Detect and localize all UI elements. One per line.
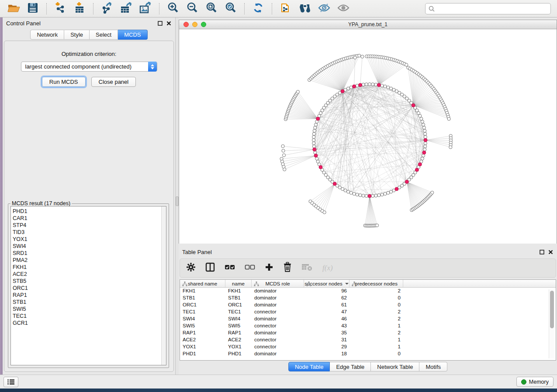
export-table-button[interactable]	[118, 2, 135, 16]
table-cell[interactable]: 0	[349, 302, 403, 309]
table-cell[interactable]: ORC1	[180, 302, 225, 309]
mcds-result-item[interactable]: STB1	[13, 299, 166, 306]
mcds-result-item[interactable]: STB5	[13, 278, 166, 285]
table-cell[interactable]: SWI4	[180, 316, 225, 323]
create-column-button[interactable]	[265, 263, 273, 273]
table-row[interactable]: YOX1YOX1connector291	[180, 344, 556, 351]
column-header-predecessor-nodes[interactable]: predecessor nodes	[349, 280, 403, 287]
delete-column-button[interactable]	[283, 262, 292, 274]
table-cell[interactable]: STB1	[225, 295, 252, 302]
table-cell[interactable]: 96	[304, 288, 349, 295]
table-cell[interactable]: 61	[304, 302, 349, 309]
table-cell[interactable]: FKH1	[180, 288, 225, 295]
tab-style[interactable]: Style	[64, 30, 90, 40]
mcds-result-list[interactable]: PHD1CAR1STP4TID3YOX1SWI4SRD1PMA2FKH1ACE2…	[10, 206, 166, 365]
column-header-name[interactable]: name	[225, 280, 252, 287]
table-cell[interactable]: connector	[252, 323, 304, 330]
table-cell[interactable]: dominator	[252, 302, 304, 309]
import-table-button[interactable]	[71, 2, 88, 16]
hide-selected-button[interactable]	[316, 2, 332, 16]
mcds-result-scrollbar[interactable]	[161, 206, 166, 365]
table-cell[interactable]: ACE2	[180, 337, 225, 344]
memory-button[interactable]: Memory	[516, 377, 554, 387]
show-columns-button[interactable]	[205, 262, 215, 274]
mcds-result-item[interactable]: YOX1	[13, 236, 166, 243]
vertical-splitter-handle[interactable]	[176, 196, 179, 206]
tab-network[interactable]: Network	[30, 30, 64, 40]
table-cell[interactable]: 0	[349, 295, 403, 302]
table-cell[interactable]: 31	[304, 337, 349, 344]
table-cell[interactable]: 62	[304, 295, 349, 302]
table-cell[interactable]: 35	[304, 330, 349, 337]
table-float-window-icon[interactable]	[539, 249, 545, 255]
mcds-result-item[interactable]: PMA2	[13, 257, 166, 264]
table-cell[interactable]: ORC1	[225, 302, 252, 309]
table-cell[interactable]: 2	[349, 330, 403, 337]
table-row[interactable]: FKH1FKH1dominator962	[180, 288, 556, 295]
first-neighbors-button[interactable]	[297, 2, 313, 16]
table-cell[interactable]: 18	[304, 351, 349, 358]
table-cell[interactable]: connector	[252, 309, 304, 316]
table-cell[interactable]: 2	[349, 309, 403, 316]
table-cell[interactable]: PHD1	[180, 351, 225, 358]
import-network-button[interactable]	[52, 2, 69, 16]
table-cell[interactable]: 2	[349, 316, 403, 323]
table-cell[interactable]: dominator	[252, 351, 304, 358]
table-cell[interactable]: 43	[304, 323, 349, 330]
table-cell[interactable]: TEC1	[180, 309, 225, 316]
zoom-in-button[interactable]	[165, 2, 181, 16]
save-session-button[interactable]	[24, 2, 41, 16]
tab-select[interactable]: Select	[90, 30, 118, 40]
table-cell[interactable]: dominator	[252, 295, 304, 302]
float-window-icon[interactable]	[157, 21, 163, 26]
table-cell[interactable]: connector	[252, 344, 304, 351]
zoom-selected-button[interactable]	[222, 2, 239, 16]
select-all-rows-button[interactable]	[225, 264, 235, 272]
table-cell[interactable]: 1	[349, 344, 403, 351]
zoom-out-button[interactable]	[184, 2, 201, 16]
table-row[interactable]: ORC1ORC1dominator610	[180, 302, 556, 309]
task-history-button[interactable]	[3, 377, 18, 387]
mcds-result-item[interactable]: SRD1	[13, 250, 166, 257]
mcds-result-item[interactable]: GCR1	[13, 320, 166, 327]
table-cell[interactable]: 2	[349, 288, 403, 295]
new-network-from-selection-button[interactable]	[277, 2, 294, 16]
mcds-result-item[interactable]: PHD1	[13, 208, 166, 215]
vertical-splitter[interactable]	[176, 17, 179, 375]
table-cell[interactable]: 29	[304, 344, 349, 351]
mcds-result-item[interactable]: RAP1	[13, 292, 166, 299]
table-cell[interactable]: connector	[252, 337, 304, 344]
table-row[interactable]: SWI5SWI5connector431	[180, 323, 556, 330]
table-cell[interactable]: 46	[304, 316, 349, 323]
table-cell[interactable]: 0	[349, 351, 403, 358]
tab-edge-table[interactable]: Edge Table	[330, 362, 371, 371]
table-cell[interactable]: SWI5	[180, 323, 225, 330]
mcds-result-item[interactable]: TEC1	[13, 313, 166, 320]
refresh-button[interactable]	[250, 2, 266, 16]
table-row[interactable]: TEC1TEC1connector472	[180, 309, 556, 316]
tab-motifs[interactable]: Motifs	[419, 362, 447, 371]
mcds-result-item[interactable]: STP4	[13, 222, 166, 229]
table-settings-button[interactable]	[186, 262, 196, 274]
tab-mcds[interactable]: MCDS	[118, 30, 147, 40]
table-row[interactable]: RAP1RAP1dominator352	[180, 330, 556, 337]
export-image-button[interactable]	[137, 2, 154, 16]
table-cell[interactable]: dominator	[252, 330, 304, 337]
table-cell[interactable]: dominator	[252, 316, 304, 323]
table-row[interactable]: PHD1PHD1dominator180	[180, 351, 556, 358]
network-graph-canvas[interactable]	[179, 29, 557, 244]
table-cell[interactable]: FKH1	[225, 288, 252, 295]
mcds-result-item[interactable]: ORC1	[13, 285, 166, 292]
tab-network-table[interactable]: Network Table	[371, 362, 419, 371]
close-mcds-panel-button[interactable]: Close panel	[91, 77, 136, 87]
mcds-result-item[interactable]: SWI5	[13, 306, 166, 313]
column-header-shared-name[interactable]: shared name	[180, 280, 225, 287]
table-row[interactable]: SWI4SWI4dominator462	[180, 316, 556, 323]
run-mcds-button[interactable]: Run MCDS	[42, 77, 86, 87]
export-network-button[interactable]	[99, 2, 115, 16]
mcds-result-item[interactable]: FKH1	[13, 264, 166, 271]
table-row[interactable]: ACE2ACE2connector311	[180, 337, 556, 344]
close-panel-icon[interactable]	[166, 21, 172, 26]
table-cell[interactable]: SWI4	[225, 316, 252, 323]
table-cell[interactable]: TEC1	[225, 309, 252, 316]
